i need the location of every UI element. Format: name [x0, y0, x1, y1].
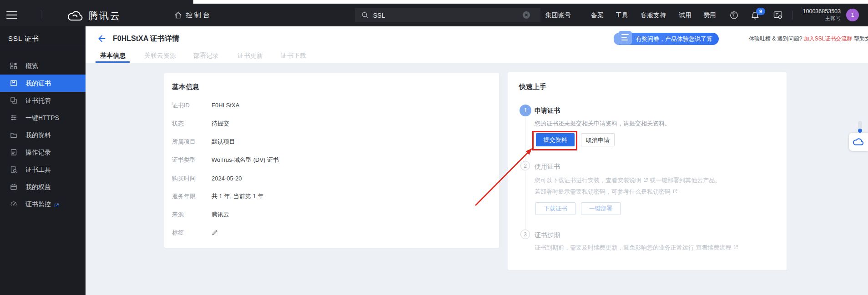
nav-support[interactable]: 客服支持	[641, 4, 666, 26]
step-2-description-line2: 若部署时提示需要私钥密码，可参考什么是私钥密码	[535, 188, 678, 196]
my-profile-icon	[10, 131, 17, 139]
cancel-application-button[interactable]: 取消申请	[581, 133, 615, 146]
tab-bar: 基本信息 关联云资源 部署记录 证书更新 证书下载	[86, 51, 868, 63]
field-label: 所属项目	[172, 138, 196, 146]
step-3-title: 证书过期	[535, 231, 560, 240]
console-settings-icon[interactable]	[773, 11, 782, 19]
purchase-time-value: 2024-05-20	[212, 175, 242, 183]
external-link-icon	[672, 189, 678, 194]
nav-group-account[interactable]: 集团账号	[545, 4, 571, 26]
step-2-description-line1: 您可以下载证书进行安装，查看安装说明 或一键部署到其他云产品。	[535, 176, 721, 185]
basic-info-title: 基本信息	[172, 83, 199, 91]
field-label: 服务年限	[172, 192, 196, 200]
one-click-deploy-button[interactable]: 一键部署	[581, 202, 621, 215]
external-link-icon	[54, 201, 59, 210]
sidebar-item-operation-log[interactable]: 操作记录	[0, 144, 86, 161]
sidebar-item-certificate-hosting[interactable]: 证书托管	[0, 92, 86, 109]
sidebar-item-label: 我的证书	[25, 75, 51, 92]
external-link-icon	[643, 177, 648, 183]
certificate-id-value: F0HLStXA	[212, 101, 239, 110]
join-group-link[interactable]: 加入SSL证书交流群	[804, 35, 853, 42]
topbar-divider	[792, 10, 793, 20]
sidebar-item-overview[interactable]: 概览	[0, 57, 86, 75]
certificate-type-value: WoTrus-域名型 (DV) 证书	[212, 156, 279, 164]
sidebar-item-one-click-https[interactable]: 一键HTTPS	[0, 109, 86, 126]
nav-icp-filing[interactable]: 备案	[591, 4, 604, 26]
page-title: F0HLStXA 证书详情	[113, 34, 179, 44]
project-value: 默认项目	[212, 138, 235, 146]
account-info[interactable]: 100036853503 主账号	[796, 8, 841, 22]
sidebar-title: SSL 证书	[8, 35, 39, 43]
step-1-description: 您的证书还未提交相关申请资料，请提交相关资料。	[535, 120, 671, 128]
content-area: 基本信息 证书IDF0HLStXA 状态待提交 所属项目默认项目 证书类型WoT…	[86, 63, 868, 295]
field-label: 来源	[172, 210, 184, 219]
page-header: F0HLStXA 证书详情 有奖问卷，产品体验您说了算 体验吐槽 & 遇到问题?…	[86, 26, 868, 63]
back-button[interactable]	[96, 34, 106, 44]
search-box	[355, 8, 540, 22]
service-period-value: 共 1 年, 当前第 1 年	[212, 192, 263, 200]
one-click-https-icon	[10, 114, 17, 121]
sidebar-item-label: 证书工具	[25, 161, 51, 178]
step-2-number: 2	[520, 161, 530, 170]
topbar: 腾讯云 控制台 集团账号 备案 工具 客服支持 试用 费用	[0, 4, 868, 26]
tab-certificate-download[interactable]: 证书下载	[281, 51, 306, 63]
tencent-cloud-logo[interactable]: 腾讯云	[67, 10, 121, 22]
sidebar: SSL 证书 概览 我的证书 证书托管 一键HTTPS 我的资料 操作记录	[0, 26, 86, 295]
basic-info-card: 基本信息 证书IDF0HLStXA 状态待提交 所属项目默认项目 证书类型WoT…	[164, 73, 499, 248]
field-label: 状态	[172, 120, 184, 128]
cloud-logo-icon	[67, 10, 84, 21]
certificate-tools-icon	[10, 166, 17, 173]
nav-trial[interactable]: 试用	[679, 4, 691, 26]
field-label: 购买时间	[172, 175, 196, 183]
survey-banner[interactable]: 有奖问卷，产品体验您说了算	[614, 33, 719, 45]
download-certificate-button[interactable]: 下载证书	[535, 202, 575, 215]
source-value: 腾讯云	[212, 210, 229, 219]
renewal-process-text[interactable]: 证书到期前，需要及时续费更新，避免影响您的业务正常运行 查看续费流程	[535, 244, 733, 251]
sidebar-item-my-benefits[interactable]: 我的权益	[0, 178, 86, 195]
sidebar-item-label: 概览	[25, 57, 38, 75]
my-certificates-icon	[10, 80, 17, 87]
sidebar-item-certificate-tools[interactable]: 证书工具	[0, 161, 86, 178]
contact-widget[interactable]	[849, 133, 868, 151]
console-link[interactable]: 控制台	[174, 4, 212, 26]
sidebar-item-label: 一键HTTPS	[25, 109, 59, 126]
operation-log-icon	[10, 149, 17, 156]
search-input[interactable]	[372, 8, 510, 23]
tab-associated-cloud-resources[interactable]: 关联云资源	[144, 51, 176, 63]
quick-start-card: 快速上手 1 申请证书 您的证书还未提交相关申请资料，请提交相关资料。 提交资料…	[508, 72, 787, 270]
search-icon	[361, 11, 368, 19]
service-icon[interactable]	[730, 11, 738, 20]
survey-doc-icon	[618, 31, 632, 45]
tab-deployment-records[interactable]: 部署记录	[193, 51, 219, 63]
scroll-indicator[interactable]	[858, 121, 862, 133]
tab-certificate-renewal[interactable]: 证书更新	[237, 51, 263, 63]
sidebar-item-label: 我的资料	[25, 126, 51, 144]
edit-tags-icon[interactable]	[212, 229, 218, 236]
account-id: 100036853503	[796, 8, 841, 15]
help-doc-link[interactable]: 帮助文档	[852, 35, 868, 42]
sidebar-item-my-profile[interactable]: 我的资料	[0, 126, 86, 144]
survey-text: 有奖问卷，产品体验您说了算	[636, 35, 712, 43]
sidebar-item-label: 证书托管	[25, 92, 51, 109]
install-guide-text[interactable]: 您可以下载证书进行安装，查看安装说明	[535, 177, 643, 184]
hamburger-menu-icon[interactable]	[6, 11, 17, 19]
my-benefits-icon	[10, 183, 17, 190]
console-label: 控制台	[186, 11, 212, 20]
avatar[interactable]: 1	[846, 9, 859, 21]
deploy-text: 或一键部署到其他云产品。	[648, 177, 721, 184]
sidebar-item-certificate-monitor[interactable]: 证书监控	[0, 195, 86, 213]
sidebar-item-my-certificates[interactable]: 我的证书	[0, 75, 86, 92]
submit-materials-button[interactable]: 提交资料	[536, 133, 575, 146]
topbar-divider	[41, 10, 41, 20]
search-clear-icon[interactable]	[523, 11, 530, 19]
private-key-text[interactable]: 若部署时提示需要私钥密码，可参考什么是私钥密码	[535, 188, 672, 195]
nav-tools[interactable]: 工具	[616, 4, 628, 26]
feedback-text: 体验吐槽 & 遇到问题?	[749, 35, 804, 42]
field-label: 标签	[172, 229, 184, 237]
nav-billing[interactable]: 费用	[703, 4, 716, 26]
status-value: 待提交	[212, 120, 229, 128]
step-3-description: 证书到期前，需要及时续费更新，避免影响您的业务正常运行 查看续费流程	[535, 244, 738, 252]
logo-text: 腾讯云	[88, 10, 121, 22]
sidebar-item-label: 我的权益	[25, 178, 51, 195]
step-1-number: 1	[520, 105, 531, 116]
